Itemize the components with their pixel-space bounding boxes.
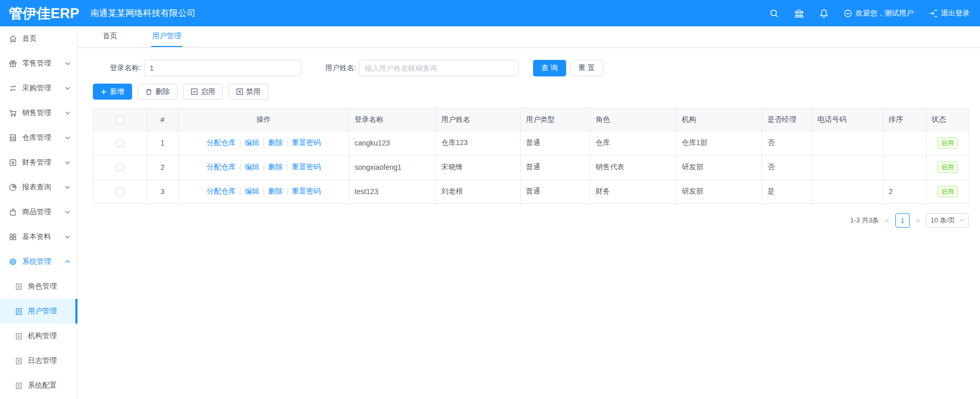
cell-sort: 2 <box>883 180 926 204</box>
logout-button[interactable]: 退出登录 <box>929 9 970 18</box>
add-button-label: 新增 <box>110 87 124 97</box>
cell-index: 2 <box>147 155 179 180</box>
link-divider: | <box>263 187 265 195</box>
sidebar-item-purchase[interactable]: 采购管理 <box>0 76 77 101</box>
reset-button[interactable]: 重 置 <box>570 60 603 76</box>
sidebar-item-system[interactable]: 系统管理 <box>0 249 77 274</box>
cell-name: 仓库123 <box>436 131 521 155</box>
down-circle-icon <box>844 9 852 18</box>
sidebar-item-label: 系统配置 <box>28 381 57 390</box>
grid-icon <box>9 233 17 241</box>
cell-type: 普通 <box>521 131 590 155</box>
link-divider: | <box>263 138 265 147</box>
sidebar-item-basic-data[interactable]: 基本资料 <box>0 225 77 249</box>
sidebar-item-home[interactable]: 首页 <box>0 26 77 51</box>
shelf-icon <box>9 134 17 142</box>
edit-link[interactable]: 编辑 <box>245 187 259 195</box>
sidebar-item-warehouse[interactable]: 仓库管理 <box>0 125 77 150</box>
table-row: 1 分配仓库|编辑|删除|重置密码 cangku123 仓库123 普通 仓库 … <box>93 131 969 155</box>
sidebar-item-finance[interactable]: 财务管理 <box>0 150 77 175</box>
cell-sort <box>883 131 926 155</box>
cell-phone <box>812 155 883 180</box>
query-button[interactable]: 查 询 <box>533 60 566 76</box>
assign-warehouse-link[interactable]: 分配仓库 <box>207 138 236 147</box>
table-row: 3 分配仓库|编辑|删除|重置密码 test123 刘老根 普通 财务 研发部 … <box>93 180 969 204</box>
tab-home[interactable]: 首页 <box>102 26 118 47</box>
company-name: 南通某某网络科技有限公司 <box>90 7 769 19</box>
sidebar-item-label: 报表查询 <box>22 183 65 192</box>
next-page-icon[interactable]: > <box>915 217 921 225</box>
search-icon[interactable] <box>769 9 779 18</box>
cell-phone <box>812 131 883 155</box>
sidebar-item-label: 机构管理 <box>28 331 57 341</box>
cell-manager: 否 <box>762 155 812 180</box>
add-button[interactable]: 新增 <box>93 84 132 100</box>
row-checkbox[interactable] <box>116 139 124 147</box>
cell-manager: 否 <box>762 131 812 155</box>
sidebar-item-role-mgmt[interactable]: 角色管理 <box>0 274 77 299</box>
sidebar-item-label: 首页 <box>22 34 77 43</box>
bell-icon[interactable] <box>820 9 828 18</box>
disable-button-label: 禁用 <box>246 87 261 97</box>
delete-link[interactable]: 删除 <box>268 138 283 147</box>
select-all-checkbox[interactable] <box>116 116 124 124</box>
sidebar-item-system-config[interactable]: 系统配置 <box>0 373 77 398</box>
cell-manager: 是 <box>762 180 812 204</box>
document-icon <box>15 382 23 390</box>
search-form: 登录名称: 用户姓名: 查 询 重 置 <box>110 60 980 76</box>
finance-icon <box>9 158 17 167</box>
reset-password-link[interactable]: 重置密码 <box>292 163 320 171</box>
logout-icon <box>929 9 937 18</box>
sidebar-item-log-mgmt[interactable]: 日志管理 <box>0 348 77 373</box>
edit-link[interactable]: 编辑 <box>245 163 259 171</box>
col-name: 用户姓名 <box>436 108 521 131</box>
cell-login: songxiaofeng1 <box>349 155 436 180</box>
home-bank-icon[interactable] <box>794 9 804 18</box>
link-divider: | <box>239 138 242 147</box>
login-name-label: 登录名称: <box>110 63 141 73</box>
edit-link[interactable]: 编辑 <box>245 138 259 147</box>
user-menu[interactable]: 欢迎您，测试用户 <box>844 9 913 18</box>
sidebar-item-user-mgmt[interactable]: 用户管理 <box>0 299 77 324</box>
sidebar-item-products[interactable]: 商品管理 <box>0 200 77 225</box>
enable-button[interactable]: 启用 <box>183 84 223 100</box>
sidebar-item-sales[interactable]: 销售管理 <box>0 101 77 125</box>
page-size-value: 10 条/页 <box>930 216 955 225</box>
login-name-input[interactable] <box>144 60 301 76</box>
sidebar-item-retail[interactable]: 零售管理 <box>0 51 77 76</box>
chevron-down-icon <box>65 111 70 115</box>
col-sort: 排序 <box>883 108 926 131</box>
tab-bar: 首页 用户管理 <box>78 26 980 47</box>
col-org: 机构 <box>677 108 762 131</box>
app-header: 管伊佳ERP 南通某某网络科技有限公司 欢迎您，测试用户 退出登录 <box>0 0 980 26</box>
disable-button[interactable]: 禁用 <box>229 84 268 100</box>
row-checkbox[interactable] <box>116 188 124 196</box>
delete-link[interactable]: 删除 <box>268 187 283 195</box>
delete-button-label: 删除 <box>155 87 170 97</box>
user-name-input[interactable] <box>359 60 519 76</box>
user-name-label: 用户姓名: <box>325 63 356 73</box>
sidebar-item-label: 系统管理 <box>22 257 65 266</box>
page-size-select[interactable]: 10 条/页 <box>926 213 969 228</box>
user-table: # 操作 登录名称 用户姓名 用户类型 角色 机构 是否经理 电话号码 排序 状… <box>93 108 969 204</box>
document-icon <box>15 332 23 340</box>
delete-link[interactable]: 删除 <box>268 163 283 171</box>
delete-button[interactable]: 删除 <box>138 84 178 100</box>
cell-org: 仓库1部 <box>677 131 762 155</box>
page-number-button[interactable]: 1 <box>895 213 910 228</box>
cell-index: 3 <box>147 180 179 204</box>
tab-user-mgmt[interactable]: 用户管理 <box>151 26 182 47</box>
sidebar-item-label: 角色管理 <box>28 282 57 291</box>
sidebar-item-reports[interactable]: 报表查询 <box>0 175 77 200</box>
chevron-down-icon <box>65 87 70 90</box>
chevron-up-icon <box>65 260 70 263</box>
assign-warehouse-link[interactable]: 分配仓库 <box>207 187 236 195</box>
cell-type: 普通 <box>521 180 590 204</box>
assign-warehouse-link[interactable]: 分配仓库 <box>207 163 236 171</box>
reset-password-link[interactable]: 重置密码 <box>292 187 320 195</box>
reset-password-link[interactable]: 重置密码 <box>292 138 320 147</box>
prev-page-icon[interactable]: < <box>884 217 890 225</box>
status-badge: 启用 <box>937 162 958 173</box>
row-checkbox[interactable] <box>116 164 124 171</box>
sidebar-item-org-mgmt[interactable]: 机构管理 <box>0 324 77 348</box>
